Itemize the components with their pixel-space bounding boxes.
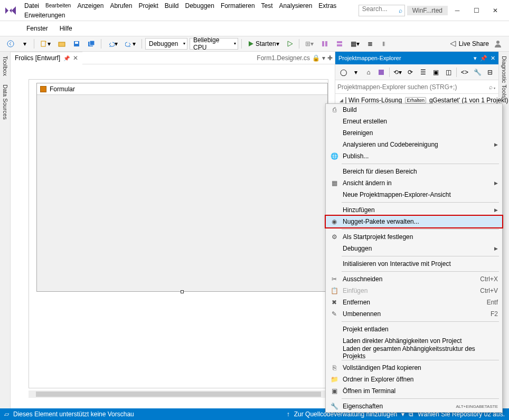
misc-button-4[interactable]: ▦▾ xyxy=(348,38,362,50)
maximize-button[interactable]: ☐ xyxy=(467,4,486,17)
ctx-laden-der-gesamten-abh-ngigkeitsstruktur-des-projekts[interactable]: Laden der gesamten Abhängigkeitsstruktur… xyxy=(326,347,502,358)
misc-button-6[interactable]: ⫴ xyxy=(378,38,390,50)
ctx-projekt-entladen[interactable]: Projekt entladen xyxy=(326,323,502,335)
sol-close-icon[interactable]: ✕ xyxy=(491,55,495,62)
undo-button[interactable]: ▾ xyxy=(105,38,120,50)
project-chip[interactable]: WinF...rted xyxy=(407,6,448,15)
sol-pending-btn[interactable]: ⟲▾ xyxy=(392,66,403,78)
live-share[interactable]: Live Share xyxy=(449,40,489,47)
menu-extras[interactable]: Extras xyxy=(315,1,340,11)
sol-dropdown-icon[interactable]: ▾ xyxy=(474,55,477,62)
sol-collapse-btn[interactable]: ☰ xyxy=(417,66,429,78)
new-button[interactable]: ▾ xyxy=(37,38,53,50)
side-diagnostic[interactable]: Diagnostic Tools xyxy=(500,54,508,100)
menu-view[interactable]: Anzeigen xyxy=(74,1,107,11)
sol-showall-btn[interactable]: ▣ xyxy=(430,66,441,78)
start-nodebug-button[interactable] xyxy=(284,38,296,50)
menu-project[interactable]: Projekt xyxy=(135,1,161,11)
folder-icon: 📁 xyxy=(330,376,338,383)
ctx-vollst-ndigen-pfad-kopieren[interactable]: ⎘Vollständigen Pfad kopieren xyxy=(326,362,502,374)
platform-dropdown[interactable]: Beliebige CPU▾ xyxy=(190,38,238,50)
ctx-umbenennen[interactable]: ✎UmbenennenF2 xyxy=(326,308,502,320)
ctx-initialisieren-von-interactive-mit-project[interactable]: Initialisieren von Interactive mit Proje… xyxy=(326,258,502,270)
menu-build[interactable]: Build xyxy=(162,1,182,11)
menu-window[interactable]: Fenster xyxy=(23,24,51,33)
side-toolbox[interactable]: Toolbox xyxy=(1,54,10,78)
ctx-als-startprojekt-festlegen[interactable]: ⚙Als Startprojekt festlegen xyxy=(326,231,502,243)
side-datasources[interactable]: Data Sources xyxy=(1,82,10,122)
menu-file[interactable]: Datei xyxy=(21,1,42,11)
ctx-erneut-erstellen[interactable]: Erneut erstellen xyxy=(326,116,502,127)
tab-dropdown-icon[interactable]: ▾ xyxy=(322,54,325,62)
ctx-hinzuf-gen[interactable]: Hinzufügen▶ xyxy=(326,204,502,216)
ctx-neue-projektmappen-explorer-ansicht[interactable]: Neue Projektmappen-Explorer-Ansicht xyxy=(326,189,502,201)
ctx-publish-[interactable]: 🌐Publish... xyxy=(326,150,502,162)
ctx-analysieren-und-codebereinigung[interactable]: Analysieren und Codebereinigung▶ xyxy=(326,139,502,150)
tab-frolics[interactable]: Frolics [Entwurf] 📌 ✕ xyxy=(11,52,82,64)
tab-form1-designer[interactable]: Form1.Designer.cs xyxy=(257,54,310,62)
form-title: Formular xyxy=(50,85,75,93)
expand-icon[interactable]: ◢ xyxy=(340,98,343,103)
menu-extensions[interactable]: Erweiterungen xyxy=(21,11,68,20)
status-text: Dieses Element unterstützt keine Vorscha… xyxy=(13,411,134,418)
ctx-bereich-f-r-diesen-bereich[interactable]: Bereich für diesen Bereich xyxy=(326,166,502,177)
close-tab-icon[interactable]: ✕ xyxy=(73,54,78,62)
ctx-build[interactable]: ⎙Build xyxy=(326,104,502,116)
ctx-bereinigen[interactable]: Bereinigen xyxy=(326,127,502,139)
menu-git[interactable]: Abrufen xyxy=(107,1,135,11)
svg-rect-1 xyxy=(41,41,45,46)
sol-preview-btn[interactable]: ⊟ xyxy=(484,66,496,78)
menu-debug[interactable]: Debuggen xyxy=(182,1,218,11)
nav-fwd-button[interactable]: ▾ xyxy=(19,38,31,50)
misc-button-2[interactable] xyxy=(318,38,331,50)
ctx-entfernen[interactable]: ✖EntfernenEntf xyxy=(326,297,502,308)
sol-search-input[interactable] xyxy=(337,83,489,91)
ctx-debuggen[interactable]: Debuggen▶ xyxy=(326,243,502,254)
minimize-button[interactable]: ─ xyxy=(448,4,467,17)
close-button[interactable]: ✕ xyxy=(486,4,505,17)
ctx-eigenschaften[interactable]: 🔧EigenschaftenALT+EINGABETASTE xyxy=(326,400,502,412)
search-input[interactable]: Search... ⌕ xyxy=(359,5,405,16)
sol-fwd-btn[interactable]: ▾ xyxy=(350,66,362,78)
menu-format[interactable]: Formatieren xyxy=(218,1,258,11)
misc-button-1[interactable]: ⊞▾ xyxy=(303,38,316,50)
open-button[interactable] xyxy=(55,38,68,50)
redo-button[interactable]: ▾ xyxy=(122,38,138,50)
ctx-ausschneiden[interactable]: ✂AusschneidenCtrl+X xyxy=(326,273,502,285)
config-dropdown[interactable]: Debuggen▾ xyxy=(145,38,187,50)
sol-home-btn[interactable]: ⌂ xyxy=(363,66,374,78)
misc-button-5[interactable]: ≣ xyxy=(364,38,376,50)
misc-button-3[interactable] xyxy=(333,38,346,50)
sol-search[interactable]: ⌕▾ xyxy=(335,80,498,94)
nav-back-button[interactable] xyxy=(4,38,17,50)
hscrollbar[interactable] xyxy=(29,390,328,398)
sol-switch-btn[interactable] xyxy=(375,66,387,78)
sol-sync-btn[interactable]: ⟳ xyxy=(404,66,416,78)
ctx-nugget-pakete-verwalten-[interactable]: ◉Nugget-Pakete verwalten... xyxy=(326,216,502,227)
save-button[interactable] xyxy=(70,38,83,50)
sol-header[interactable]: Projektmappen-Explorer ▾ 📌 ✕ xyxy=(335,52,498,64)
ctx--ffnen-im-terminal[interactable]: ▣Öffnen im Terminal xyxy=(326,385,502,397)
sol-back-btn[interactable]: ◯ xyxy=(337,66,349,78)
ctx-ansicht-ndern-in[interactable]: ▦Ansicht ändern in▶ xyxy=(326,177,502,189)
sol-prop-btn[interactable]: 🔧 xyxy=(472,66,483,78)
save-all-button[interactable] xyxy=(85,38,98,50)
design-canvas[interactable]: Formular xyxy=(11,64,335,408)
sol-scope-btn[interactable]: ◫ xyxy=(442,66,454,78)
sol-pin-icon[interactable]: 📌 xyxy=(480,55,487,62)
menu-edit[interactable]: Bearbeiten xyxy=(42,2,74,9)
sol-code-btn[interactable]: <> xyxy=(459,66,470,78)
user-button[interactable] xyxy=(491,38,505,50)
pin-icon[interactable]: 📌 xyxy=(63,55,70,61)
form-icon xyxy=(40,86,46,92)
document-tabs: Frolics [Entwurf] 📌 ✕ Form1.Designer.cs … xyxy=(11,52,335,64)
menu-analyze[interactable]: Analysieren xyxy=(276,1,316,11)
menu-help[interactable]: Hilfe xyxy=(56,24,76,33)
form-preview[interactable]: Formular xyxy=(36,83,328,292)
menu-test[interactable]: Test xyxy=(258,1,276,11)
ctx-ordner-in-explorer-ffnen[interactable]: 📁Ordner in Explorer öffnen xyxy=(326,374,502,385)
tab-add-icon[interactable]: ✚ xyxy=(327,54,333,62)
start-debug-button[interactable]: Starten▾ xyxy=(245,38,282,50)
ctx-einf-gen[interactable]: 📋EinfügenCtrl+V xyxy=(326,285,502,297)
resize-handle-bottom[interactable] xyxy=(181,290,184,293)
